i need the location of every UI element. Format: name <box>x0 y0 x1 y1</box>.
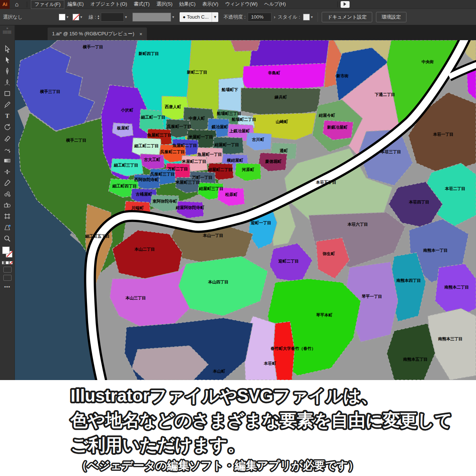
selection-tool-icon[interactable] <box>2 43 13 54</box>
tab-bar: »||||||| 1.ai* @ 150 % (RGB/CPUプレビュー) × <box>0 25 476 40</box>
menu-item[interactable]: 編集(E) <box>64 0 87 9</box>
chevron-down-icon[interactable]: ▾ <box>172 15 174 19</box>
district-label-mukaemachi-2: 迎町二丁目 <box>278 259 299 263</box>
district-label-shinshigai: 新市街 <box>336 74 349 78</box>
document-tab[interactable]: 1.ai* @ 150 % (RGB/CPUプレビュー) × <box>48 28 147 40</box>
zoom-tool-icon[interactable] <box>2 233 13 244</box>
more-tools-button[interactable]: ••• <box>4 284 10 290</box>
gradient-button[interactable] <box>2 261 5 264</box>
direct-selection-tool-icon[interactable] <box>2 54 13 65</box>
artboard-tool-icon[interactable] <box>2 210 13 222</box>
none-button[interactable] <box>9 261 13 264</box>
district-label-matsubara: 松原町 <box>225 192 238 197</box>
menu-separator <box>337 1 338 7</box>
rectangle-tool-icon[interactable] <box>2 88 13 99</box>
gradient-tool-icon[interactable] <box>2 155 13 166</box>
document-canvas[interactable]: 横手二丁目横手三丁目横手一丁目新町四丁目新町二丁目辛島町新市街中央街下通二丁目本… <box>15 40 476 380</box>
district-label-komeya-1: 米屋町一丁目 <box>188 135 213 139</box>
paintbrush-tool-icon[interactable] <box>2 99 13 110</box>
caption-line-4: （ベジェデータの編集ソフト・編集アプリが必要です） <box>76 459 359 472</box>
stroke-width-field[interactable] <box>101 13 124 22</box>
district-filler-rose[interactable] <box>231 40 260 51</box>
menu-item[interactable]: 書式(T) <box>131 0 153 9</box>
tab-close-icon[interactable]: × <box>139 31 142 37</box>
menu-item[interactable]: 選択(S) <box>153 0 176 9</box>
district-label-saiku-3: 細工町三丁目 <box>113 163 138 167</box>
district-label-yokote-1: 横手一丁目 <box>83 45 103 49</box>
district-label-senbamachi-shita: 船場町下 <box>221 87 238 92</box>
district-label-nishi-amidaji: 西阿弥陀寺町 <box>134 177 159 182</box>
district-label-honjo-1: 本荘一丁目 <box>433 132 454 136</box>
pen-tool-icon[interactable] <box>2 65 13 77</box>
preferences-button[interactable]: 環境設定 <box>376 12 406 22</box>
shaper-tool-icon[interactable] <box>2 144 13 155</box>
opacity-label: 不透明度 : <box>223 14 245 20</box>
brush-preview[interactable] <box>132 13 171 22</box>
chevron-down-icon[interactable]: ▾ <box>125 15 127 19</box>
opacity-field[interactable]: 100% <box>248 13 271 22</box>
color-button[interactable] <box>6 261 9 264</box>
district-label-kajiya: 鍛冶屋町 <box>211 125 228 129</box>
curvature-tool-icon[interactable] <box>2 77 13 88</box>
district-label-yayoi: 弥生町 <box>323 251 335 256</box>
eyedropper-tool-icon[interactable] <box>2 177 13 188</box>
chevron-right-icon[interactable]: › <box>274 14 275 20</box>
district-label-gofuku-2: 呉服町二丁目 <box>160 149 185 154</box>
district-label-kami-kajiya: 上鍛冶屋町 <box>229 129 250 133</box>
menu-item[interactable]: ファイル(F) <box>31 0 64 9</box>
district-label-uoya-3: 魚屋町三丁目 <box>147 133 172 137</box>
tools-panel: T ••• <box>0 40 15 380</box>
district-label-motoyama-machi: 本山町 <box>213 369 226 373</box>
chevron-down-icon[interactable]: ▾ <box>80 15 82 19</box>
district-label-furuoke: 古桶屋町 <box>135 192 152 196</box>
document-setup-button[interactable]: ドキュメント設定 <box>322 12 372 22</box>
district-label-kawaramachi: 河原町 <box>242 167 255 172</box>
district-label-keitokubori: 慶徳堀町 <box>265 159 282 164</box>
fill-swatch[interactable] <box>59 14 65 20</box>
eraser-tool-icon[interactable] <box>2 132 13 144</box>
menu-item[interactable]: ウィンドウ(W) <box>222 0 261 9</box>
district-label-minami-kumamoto-5: 南熊本五丁目 <box>403 357 428 362</box>
district-label-itaya: 板屋町 <box>117 126 130 130</box>
district-label-yorozu-1: 万町一丁目 <box>192 175 213 180</box>
fill-color-swatch[interactable] <box>2 247 10 254</box>
blend-tool-icon[interactable] <box>2 188 13 199</box>
menu-item[interactable]: ヘルプ(H) <box>261 0 289 9</box>
district-label-honjo-3: 本荘三丁目 <box>380 149 401 154</box>
menu-item[interactable]: 表示(V) <box>199 0 222 9</box>
menu-item[interactable]: 効果(C) <box>176 0 199 9</box>
stroke-swatch[interactable] <box>73 14 79 20</box>
document-tab-title: 1.ai* @ 150 % (RGB/CPUプレビュー) <box>52 30 134 37</box>
home-icon[interactable]: ⌂ <box>10 1 23 8</box>
district-label-motoyama-2: 本山二丁目 <box>134 247 155 251</box>
district-harutake[interactable] <box>273 322 295 380</box>
rotate-tool-icon[interactable] <box>2 121 13 132</box>
style-swatch[interactable] <box>303 14 310 20</box>
shape-builder-tool-icon[interactable] <box>2 199 13 210</box>
toolbar-header[interactable]: »||||||| <box>0 25 15 40</box>
district-label-konya-3: 紺屋町三丁目 <box>199 186 223 191</box>
touch-calligraphic-button[interactable]: ● Touch C... <box>180 12 212 22</box>
district-label-saiku-5: 細工町五丁目 <box>85 234 110 238</box>
perspective-grid-tool-icon[interactable] <box>2 222 13 233</box>
chevron-down-icon[interactable]: ▼ <box>212 12 218 22</box>
district-label-gofuku-3: 呉服町三丁目 <box>150 172 175 177</box>
district-label-mukaemachi-1: 迎町一丁目 <box>251 221 271 225</box>
draw-mode-button[interactable] <box>3 267 12 273</box>
district-label-senba-3: 船場町三丁目 <box>216 111 241 116</box>
app-logo[interactable]: Ai <box>0 0 10 9</box>
district-label-torimachi: 通町 <box>279 148 288 153</box>
district-label-konya-2: 紺屋町二丁目 <box>208 167 232 172</box>
menu-separator <box>27 1 27 7</box>
district-label-shinmachi-4: 新町四丁目 <box>138 51 159 56</box>
type-tool-icon[interactable]: T <box>2 110 13 121</box>
screen-mode-button[interactable] <box>3 275 12 281</box>
touch-workspace-icon[interactable] <box>341 1 350 8</box>
stroke-stepper[interactable]: ▲▼ <box>97 15 100 20</box>
chevron-down-icon[interactable]: ▾ <box>311 15 313 19</box>
menu-item[interactable]: オブジェクト(O) <box>87 0 131 9</box>
width-tool-icon[interactable] <box>2 166 13 177</box>
chevron-down-icon[interactable]: ▾ <box>67 15 68 19</box>
district-label-honjo-machi: 本荘町 <box>264 361 277 366</box>
district-label-konya-amidaji: 紺屋阿弥陀寺町 <box>176 205 205 210</box>
